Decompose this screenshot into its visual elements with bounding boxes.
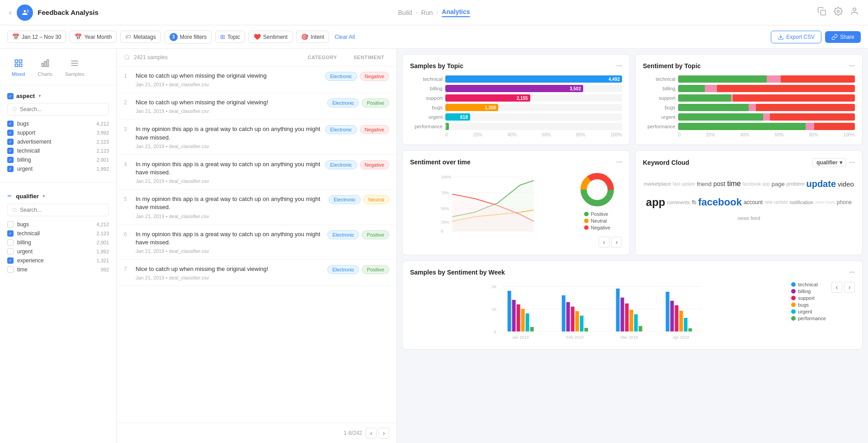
nav-run[interactable]: Run <box>421 9 433 16</box>
aspect-arrow[interactable]: ▾ <box>38 93 41 99</box>
category-tag[interactable]: Electronic <box>327 265 359 274</box>
keyword-word[interactable]: phone <box>837 199 852 205</box>
keyword-word[interactable]: app <box>646 196 665 209</box>
table-row[interactable]: 5 In my opinion this app is a great way … <box>117 190 396 224</box>
keyword-word[interactable]: facebook <box>698 196 742 208</box>
aspect-item[interactable]: ✓ technicall 2,123 <box>7 146 109 155</box>
table-row[interactable]: 4 In my opinion this app is a great way … <box>117 155 396 190</box>
week-next-button[interactable]: › <box>844 282 855 293</box>
keyword-word[interactable]: facebook app <box>743 182 770 187</box>
user-icon[interactable] <box>850 7 859 18</box>
copy-icon[interactable] <box>817 7 826 18</box>
qualifier-item[interactable]: ✓ technicall 2,123 <box>7 229 109 238</box>
intent-filter[interactable]: 🎯 Intent <box>296 31 329 43</box>
sentiment-by-week-more[interactable]: ··· <box>849 268 855 276</box>
keyword-word[interactable]: update <box>806 179 836 189</box>
aspect-item[interactable]: ✓ bugs 4,212 <box>7 119 109 128</box>
aspect-item[interactable]: ✓ advertisement 2,123 <box>7 137 109 146</box>
aspect-item[interactable]: ✓ support 3,992 <box>7 128 109 137</box>
qualifier-arrow[interactable]: ▾ <box>42 193 45 199</box>
category-tag[interactable]: Electronic <box>329 195 360 204</box>
table-row[interactable]: 7 Nice to catch up when missing the orig… <box>117 260 396 286</box>
keyword-word[interactable]: comments <box>667 200 690 205</box>
back-button[interactable]: ‹ <box>9 9 11 17</box>
sentiment-by-topic-more[interactable]: ··· <box>849 62 855 70</box>
next-page-button[interactable]: › <box>378 428 389 438</box>
qualifier-item[interactable]: time 992 <box>7 265 109 274</box>
qualifier-select[interactable]: qualifier ▾ <box>812 158 846 167</box>
export-csv-button[interactable]: Export CSV <box>771 31 821 43</box>
aspect-item[interactable]: ✓ urgent 1,992 <box>7 164 109 173</box>
sentiment-over-time-more[interactable]: ··· <box>616 158 622 166</box>
filter-checkbox[interactable]: ✓ <box>7 230 14 237</box>
sentiment-tag[interactable]: Positive <box>362 265 389 274</box>
keyword-word[interactable]: notification <box>790 200 814 205</box>
qualifier-search-input[interactable] <box>20 207 104 213</box>
time-next-button[interactable]: › <box>611 237 622 247</box>
aspect-item[interactable]: ✓ billing 2,001 <box>7 155 109 164</box>
qualifier-item[interactable]: urgent 1,992 <box>7 247 109 256</box>
category-tag[interactable]: Electronic <box>325 160 357 169</box>
nav-analytics[interactable]: Analytics <box>442 8 470 17</box>
table-row[interactable]: 2 Nice to catch up when missing the orig… <box>117 93 396 120</box>
keyword-word[interactable]: post <box>713 180 725 187</box>
keyword-word[interactable]: page <box>772 181 785 187</box>
category-tag[interactable]: Electronic <box>327 98 359 107</box>
qualifier-item[interactable]: ✓ experience 1,321 <box>7 256 109 265</box>
filter-checkbox[interactable] <box>7 266 14 273</box>
nav-build[interactable]: Build <box>398 9 412 16</box>
category-tag[interactable]: Electronic <box>325 72 357 81</box>
sentiment-tag[interactable]: Negative <box>360 72 389 81</box>
keyword-word[interactable]: problem <box>787 181 805 187</box>
topic-filter[interactable]: ⊞ Topic <box>215 31 245 43</box>
date-range-filter[interactable]: 📅 Jan 12 – Nov 30 <box>7 31 66 43</box>
table-row[interactable]: 1 Nice to catch up when missing the orig… <box>117 66 396 93</box>
filter-checkbox[interactable]: ✓ <box>7 130 14 136</box>
week-prev-button[interactable]: ‹ <box>831 282 842 293</box>
filter-checkbox[interactable]: ✓ <box>7 121 14 127</box>
sentiment-tag[interactable]: Negative <box>360 160 389 169</box>
keyword-word[interactable]: news feed <box>737 215 760 221</box>
qualifier-item[interactable]: bugs 4,212 <box>7 220 109 229</box>
table-row[interactable]: 3 In my opinion this app is a great way … <box>117 120 396 154</box>
keyword-word[interactable]: friend <box>697 181 712 187</box>
sentiment-tag[interactable]: Neutral <box>363 195 389 204</box>
sentiment-tag[interactable]: Positive <box>362 230 389 239</box>
year-month-filter[interactable]: 📅 Year Month <box>70 31 117 43</box>
sentiment-tag[interactable]: Negative <box>360 125 389 134</box>
sentiment-filter[interactable]: ❤️ Sentiment <box>249 31 292 43</box>
category-tag[interactable]: Electronic <box>327 230 359 239</box>
time-prev-button[interactable]: ‹ <box>599 237 609 247</box>
qualifier-item[interactable]: billing 2,001 <box>7 238 109 247</box>
keyword-word[interactable]: fast update <box>673 182 695 187</box>
filter-checkbox[interactable]: ✓ <box>7 148 14 154</box>
category-tag[interactable]: Electronic <box>325 125 357 134</box>
sidebar-tab-mixed[interactable]: Mixed <box>5 56 31 79</box>
sidebar-tab-charts[interactable]: Charts <box>31 56 58 79</box>
qualifier-minus[interactable]: − <box>7 192 11 200</box>
keyword-word[interactable]: more more <box>815 200 835 205</box>
keyword-word[interactable]: video <box>838 180 854 188</box>
table-row[interactable]: 6 In my opinion this app is a great way … <box>117 225 396 260</box>
keyword-word[interactable]: account <box>744 199 763 205</box>
metatags-filter[interactable]: 🏷 Metatags <box>120 31 160 43</box>
filter-checkbox[interactable]: ✓ <box>7 166 14 172</box>
keyword-word[interactable]: new update <box>764 200 788 205</box>
filter-checkbox[interactable]: ✓ <box>7 157 14 163</box>
share-button[interactable]: Share <box>825 31 861 43</box>
keyword-word[interactable]: time <box>727 180 741 188</box>
more-filters-filter[interactable]: 3 More filters <box>165 30 212 44</box>
keyword-word[interactable]: fb <box>692 199 696 205</box>
prev-page-button[interactable]: ‹ <box>366 428 377 438</box>
keyword-word[interactable]: marketplace <box>644 181 671 187</box>
aspect-check[interactable]: ✓ <box>7 93 14 99</box>
filter-checkbox[interactable] <box>7 239 14 246</box>
settings-icon[interactable] <box>834 7 843 18</box>
sentiment-tag[interactable]: Positive <box>362 98 389 107</box>
filter-checkbox[interactable] <box>7 221 14 228</box>
aspect-search-input[interactable] <box>20 106 104 112</box>
clear-all-button[interactable]: Clear All <box>335 34 355 40</box>
filter-checkbox[interactable]: ✓ <box>7 257 14 264</box>
filter-checkbox[interactable] <box>7 248 14 255</box>
samples-by-topic-more[interactable]: ··· <box>616 62 622 70</box>
